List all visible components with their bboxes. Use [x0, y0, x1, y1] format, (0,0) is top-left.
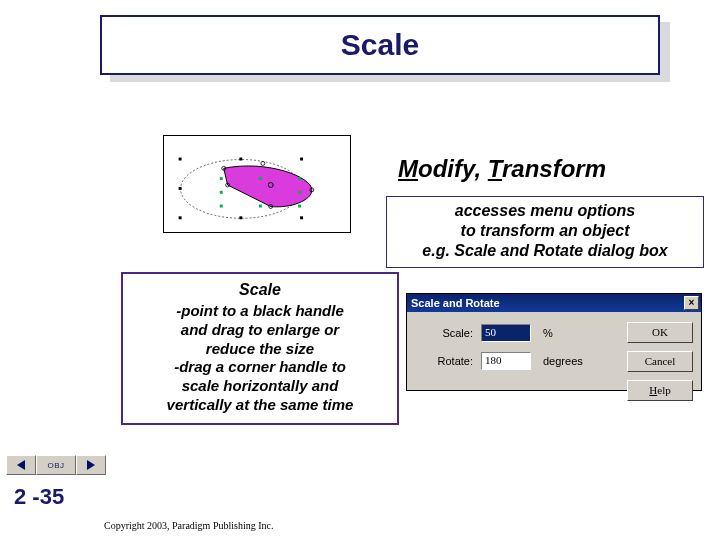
svg-rect-20: [220, 205, 223, 208]
chevron-right-icon: [87, 460, 95, 470]
close-button[interactable]: ×: [684, 296, 699, 310]
scale-rotate-dialog: Scale and Rotate × Scale: 50 % Rotate: 1…: [406, 293, 702, 391]
ok-button[interactable]: OK: [627, 322, 693, 343]
svg-rect-15: [220, 177, 223, 180]
page-number: 2 -35: [14, 484, 64, 510]
svg-rect-7: [239, 216, 242, 219]
scale-thumbnail: [163, 135, 351, 233]
menu-path-label: Modify, Transform: [398, 155, 606, 183]
scale-instructions-box: Scale -point to a black handle and drag …: [121, 272, 399, 425]
rotate-input[interactable]: 180: [481, 352, 531, 370]
scale-label: Scale:: [415, 327, 473, 339]
next-slide-button[interactable]: [76, 455, 106, 475]
scale-input[interactable]: 50: [481, 324, 531, 342]
slide-nav: OBJ: [6, 455, 106, 475]
svg-rect-3: [300, 158, 303, 161]
scale-unit: %: [543, 327, 553, 339]
svg-point-14: [268, 183, 273, 188]
svg-rect-19: [298, 191, 301, 194]
transform-mnemonic: T: [488, 155, 502, 182]
chevron-left-icon: [17, 460, 25, 470]
dialog-title: Scale and Rotate: [411, 297, 500, 309]
svg-rect-22: [298, 205, 301, 208]
close-icon: ×: [689, 297, 695, 308]
svg-rect-8: [300, 216, 303, 219]
prev-slide-button[interactable]: [6, 455, 36, 475]
modify-mnemonic: M: [398, 155, 418, 182]
svg-rect-1: [179, 158, 182, 161]
dialog-titlebar: Scale and Rotate ×: [407, 294, 701, 312]
access-description-box: accesses menu options to transform an ob…: [386, 196, 704, 268]
svg-rect-18: [220, 191, 223, 194]
svg-rect-16: [259, 177, 262, 180]
svg-rect-2: [239, 158, 242, 161]
title-bar: Scale: [100, 15, 660, 75]
obj-button[interactable]: OBJ: [36, 455, 76, 475]
svg-rect-6: [179, 216, 182, 219]
svg-rect-17: [298, 177, 301, 180]
copyright: Copyright 2003, Paradigm Publishing Inc.: [104, 520, 273, 531]
cancel-button[interactable]: Cancel: [627, 351, 693, 372]
rotate-label: Rotate:: [415, 355, 473, 367]
page-title: Scale: [341, 28, 419, 62]
help-button[interactable]: Help: [627, 380, 693, 401]
svg-rect-4: [179, 187, 182, 190]
scale-instructions-heading: Scale: [131, 280, 389, 300]
rotate-unit: degrees: [543, 355, 583, 367]
svg-point-10: [261, 161, 265, 165]
svg-rect-21: [259, 205, 262, 208]
